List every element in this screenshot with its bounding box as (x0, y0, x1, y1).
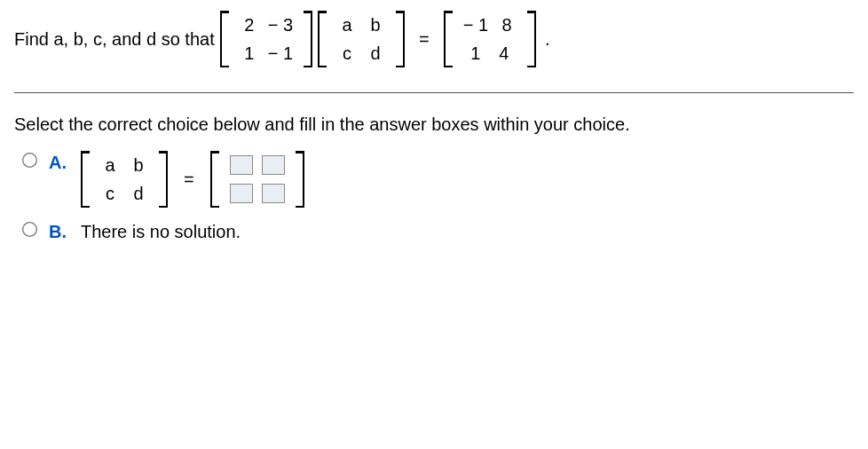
m2-r1c1: a (337, 15, 357, 35)
answer-a-input[interactable] (230, 155, 253, 175)
radio-choice-a[interactable] (22, 153, 37, 168)
choice-a-equals: = (184, 169, 194, 190)
choice-a-lhs-matrix: a b c d (81, 151, 168, 208)
choice-a-answer-matrix (210, 151, 304, 208)
choice-a: A. a b c d = (20, 151, 854, 208)
m2-r2c1: c (337, 43, 357, 64)
equals-sign: = (419, 29, 430, 50)
m3-r1c2: 8 (497, 15, 517, 35)
answer-b-input[interactable] (262, 155, 285, 175)
matrix-3: − 1 8 1 4 (444, 11, 536, 67)
divider (14, 92, 854, 93)
radio-choice-b[interactable] (22, 222, 37, 237)
period: . (545, 29, 550, 50)
matrix-2: a b c d (318, 11, 405, 67)
m1-r1c2: − 3 (268, 15, 293, 35)
m1-r2c2: − 1 (268, 43, 293, 64)
m3-r2c2: 4 (494, 43, 514, 64)
question-equation: Find a, b, c, and d so that 2 − 3 1 − 1 … (14, 11, 854, 67)
m2-r2c2: d (366, 43, 385, 64)
m3-r1c1: − 1 (463, 15, 488, 35)
choice-b-text: There is no solution. (81, 222, 241, 242)
answer-c-input[interactable] (230, 184, 253, 203)
answer-d-input[interactable] (262, 184, 285, 203)
m2-r1c2: b (366, 15, 385, 35)
instruction-text: Select the correct choice below and fill… (14, 114, 854, 135)
choice-a-label: A. (49, 153, 70, 173)
lhs-r2c1: c (100, 184, 120, 204)
m3-r2c1: 1 (466, 43, 485, 64)
choice-b: B. There is no solution. (20, 220, 854, 242)
m1-r1c1: 2 (240, 15, 259, 35)
matrix-1: 2 − 3 1 − 1 (220, 11, 312, 67)
question-prompt: Find a, b, c, and d so that (14, 29, 215, 50)
choice-b-label: B. (49, 222, 70, 242)
m1-r2c1: 1 (240, 43, 259, 64)
lhs-r1c2: b (129, 155, 148, 176)
lhs-r2c2: d (129, 184, 148, 204)
lhs-r1c1: a (100, 155, 120, 176)
